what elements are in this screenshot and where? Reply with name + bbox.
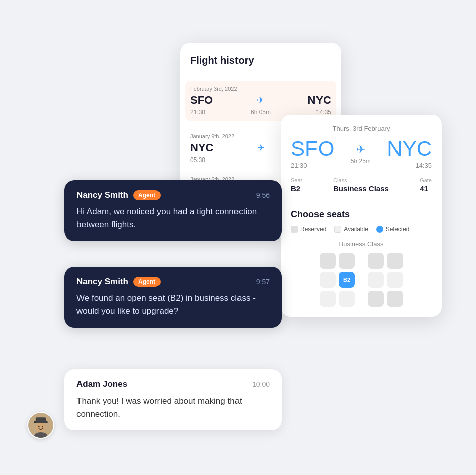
agent-badge-2: Agent (133, 277, 161, 287)
sender-name-3: Adam Jones (76, 379, 127, 389)
svg-point-5 (42, 426, 43, 427)
chat-message-1: Nancy Smith Agent 9:56 Hi Adam, we notic… (64, 180, 282, 241)
seat-A1[interactable] (320, 253, 336, 269)
agent-badge-1: Agent (133, 190, 161, 200)
seats-grid: B2 (291, 253, 432, 307)
seat-row-3 (320, 291, 403, 307)
seat-D1[interactable] (387, 253, 403, 269)
bp-gate-item: Gate 41 (420, 177, 432, 193)
bp-class-item: Class Business Class (333, 177, 389, 193)
user-avatar (27, 412, 54, 439)
flight-duration-1: 6h 05m (251, 109, 271, 116)
chat-message-3: Adam Jones 10:00 Thank you! I was worrie… (64, 369, 282, 430)
chat-header-2: Nancy Smith Agent 9:57 (76, 277, 270, 287)
seat-group-right-1 (368, 253, 403, 269)
available-dot (334, 226, 341, 233)
flight-date-1: February 3rd, 2022 (190, 86, 331, 92)
seat-A3[interactable] (320, 291, 336, 307)
sender-name-1: Nancy Smith (76, 190, 128, 200)
seats-class-label: Business Class (291, 240, 432, 248)
flight-to-1: NYC (308, 94, 331, 107)
seat-group-right-3 (368, 291, 403, 307)
avatar-svg (28, 412, 53, 439)
bp-seat-item: Seat B2 (291, 177, 302, 193)
choose-seats-title: Choose seats (291, 209, 432, 220)
chat-header-3: Adam Jones 10:00 (76, 379, 270, 389)
svg-point-3 (36, 423, 46, 432)
bp-arrow-block: ✈ 5h 25m (351, 143, 371, 165)
chat-text-1: Hi Adam, we noticed you had a tight conn… (76, 205, 270, 231)
svg-point-4 (38, 426, 40, 427)
reserved-label: Reserved (300, 226, 326, 233)
bp-date: Thurs, 3rd February (291, 125, 432, 132)
seat-C2[interactable] (368, 272, 384, 288)
seat-B1[interactable] (339, 253, 355, 269)
scene: Flight history February 3rd, 2022 SFO ✈ … (0, 0, 476, 475)
seat-group-left-3 (320, 291, 355, 307)
seat-C1[interactable] (368, 253, 384, 269)
seat-D2[interactable] (387, 272, 403, 288)
bp-class-value: Business Class (333, 184, 389, 193)
chat-text-3: Thank you! I was worried about making th… (76, 394, 270, 420)
legend-selected: Selected (376, 226, 410, 233)
bp-seat-value: B2 (291, 184, 302, 193)
seat-row-1 (320, 253, 403, 269)
sender-name-2: Nancy Smith (76, 277, 128, 287)
boarding-pass-card: Thurs, 3rd February SFO 21:30 ✈ 5h 25m N… (281, 115, 442, 317)
flight-from-time-1: 21:30 (190, 109, 205, 116)
seat-D3[interactable] (387, 291, 403, 307)
seat-B3[interactable] (339, 291, 355, 307)
chat-header-left-1: Nancy Smith Agent (76, 190, 161, 200)
legend-available: Available (334, 226, 368, 233)
bp-duration: 5h 25m (351, 157, 371, 165)
chat-header-1: Nancy Smith Agent 9:56 (76, 190, 270, 200)
selected-label: Selected (386, 226, 410, 233)
flight-arrow-icon-1: ✈ (217, 95, 303, 106)
seat-group-left-1 (320, 253, 355, 269)
available-label: Available (344, 226, 368, 233)
bp-from-city: SFO (291, 138, 334, 160)
seat-A2[interactable] (320, 272, 336, 288)
flight-from-2: NYC (190, 141, 213, 154)
seat-group-right-2 (368, 272, 403, 288)
svg-rect-2 (36, 417, 46, 423)
bp-to-city: NYC (387, 138, 432, 160)
seat-row-2: B2 (320, 272, 403, 288)
flight-from-1: SFO (190, 94, 213, 107)
bp-seat-label: Seat (291, 177, 302, 183)
seat-B2[interactable]: B2 (339, 272, 355, 288)
divider (291, 202, 432, 202)
chat-text-2: We found an open seat (B2) in business c… (76, 292, 270, 318)
selected-dot (376, 226, 383, 233)
seats-legend: Reserved Available Selected (291, 226, 432, 233)
bp-plane-icon: ✈ (356, 143, 365, 156)
chat-time-3: 10:00 (252, 380, 270, 388)
bp-from-time: 21:30 (291, 162, 334, 169)
chat-time-2: 9:57 (256, 278, 270, 286)
bp-to-time: 14:35 (387, 162, 432, 169)
bp-gate-label: Gate (420, 177, 432, 183)
legend-reserved: Reserved (291, 226, 326, 233)
chat-message-2: Nancy Smith Agent 9:57 We found an open … (64, 267, 282, 328)
chat-header-left-2: Nancy Smith Agent (76, 277, 161, 287)
reserved-dot (291, 226, 298, 233)
bp-gate-value: 41 (420, 184, 432, 193)
chat-time-1: 9:56 (256, 191, 270, 199)
bp-class-label: Class (333, 177, 389, 183)
flight-from-time-2: 05:30 (190, 156, 205, 164)
seat-group-left-2: B2 (320, 272, 355, 288)
bp-route: SFO 21:30 ✈ 5h 25m NYC 14:35 (291, 138, 432, 169)
seat-C3[interactable] (368, 291, 384, 307)
bp-details: Seat B2 Class Business Class Gate 41 (291, 177, 432, 193)
flight-history-title: Flight history (190, 55, 331, 66)
